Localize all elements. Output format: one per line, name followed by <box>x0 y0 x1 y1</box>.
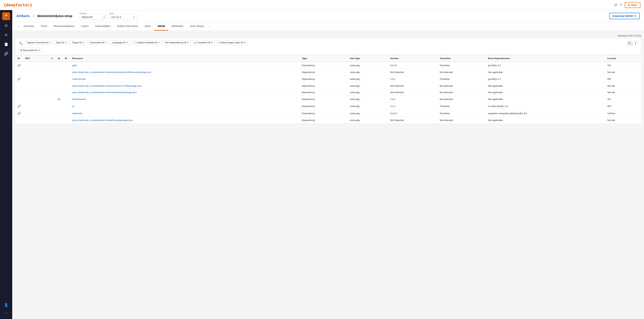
chevron-down-icon: ▼ <box>158 42 160 44</box>
resource-link[interactable]: tweetnacl <box>72 112 82 115</box>
cell-dev <box>23 89 48 96</box>
filter-vulnerable[interactable]: Vulnerable:All ▼ <box>88 40 108 45</box>
link-icon: 🔗 <box>17 64 21 67</box>
logo: {deepfactor} <box>4 3 32 7</box>
chevron-down-icon: ▼ <box>126 42 128 44</box>
col-transitive[interactable]: Transitive <box>438 55 486 62</box>
cell-root-dependencies: Not applicable <box>486 117 605 124</box>
filter-reachable[interactable]: ⚙ Reachable:All ▼ <box>18 48 42 53</box>
cell-resource[interactable]: juice-shop/node_modules/date-fns/addYear… <box>70 117 300 124</box>
cell-version: Not Detected <box>388 69 438 76</box>
sidebar-item-packages[interactable]: 📋 <box>2 40 10 48</box>
cell-resource[interactable]: yn <box>70 103 300 110</box>
breadcrumb-artifacts[interactable]: Artifacts <box>16 14 30 18</box>
cell-sub-type: node-pkg <box>348 117 388 124</box>
resource-link[interactable]: juice-shop/node_modules/date-fns/esm/loc… <box>72 85 142 87</box>
cell-dev <box>23 103 48 110</box>
sub-header: Artifacts > bkimminich/juice-shop Releas… <box>12 10 644 22</box>
release-dropdown-wrapper: 1BzyI11R <box>80 14 106 20</box>
sidebar-item-settings[interactable]: ⚙ <box>2 31 10 39</box>
table-row: 🔗 yn Dependency node-pkg 3.1.1 Transitiv… <box>15 103 641 110</box>
cell-resource[interactable]: tweetnacl <box>70 110 300 117</box>
cell-icon4 <box>62 96 70 103</box>
tabs-bar: ‹ Overview Trend Recommendations Layers … <box>12 22 644 31</box>
cell-version: Not Detected <box>388 117 438 124</box>
cell-root-dependencies: grunt@1.4.1 <box>486 76 605 83</box>
tab-recommendations[interactable]: Recommendations <box>50 22 78 31</box>
cell-transitive: Not detected <box>438 69 486 76</box>
cell-resource[interactable]: juice-shop/node_modules/date-fns/esm/loc… <box>70 83 300 89</box>
tabs-prev-button[interactable]: ‹ <box>16 25 20 28</box>
sidebar-item-links[interactable]: 🔗 <box>2 50 10 58</box>
tab-workloads[interactable]: Workloads <box>168 22 186 31</box>
reset-icon[interactable]: ↺ <box>614 3 617 7</box>
cell-resource[interactable]: make-iterator <box>70 76 300 83</box>
cell-transitive: Not detected <box>438 117 486 124</box>
resource-link[interactable]: make-iterator <box>72 78 86 80</box>
tabs-next-button[interactable]: › <box>207 25 211 28</box>
filter-transitive[interactable]: 🗂 Transitive:All ▼ <box>192 40 215 45</box>
tab-scan-history[interactable]: Scan History <box>186 22 207 31</box>
cell-resource[interactable]: libnpmsearch <box>70 96 300 103</box>
tab-trend[interactable]: Trend <box>38 22 50 31</box>
tab-sbom[interactable]: SBOM <box>154 22 168 31</box>
view-toggle: ⊞ ⬇ <box>627 41 638 46</box>
resource-link[interactable]: juice-shop/node_modules/date-fns/addYear… <box>72 119 133 122</box>
cell-resource[interactable]: juice-shop/node_modules/date-fns/esm/loc… <box>70 89 300 96</box>
filter-target[interactable]: Target:All ▼ <box>70 40 86 45</box>
cell-license: Not det <box>605 83 641 89</box>
col-root-dependencies[interactable]: Root Dependencies <box>486 55 605 62</box>
cell-resource[interactable]: glob <box>70 62 300 69</box>
tab-artifact-information[interactable]: Artifact Information <box>114 22 142 31</box>
grid-view-button[interactable]: ⊞ <box>627 41 632 46</box>
cell-icon3 <box>55 76 62 83</box>
filter-base-image-layer[interactable]: 🏷 Base Image Layer:All ▼ <box>216 40 248 45</box>
build-select[interactable]: v12.11.0 <box>110 14 136 20</box>
download-icon-button[interactable]: ⬇ <box>633 41 638 46</box>
cell-type: Dependency <box>300 103 348 110</box>
cell-icon4 <box>62 117 70 124</box>
search-button[interactable]: 🔍 <box>18 41 24 46</box>
filter-highest-severity[interactable]: Hightest Severity:All ▼ <box>25 40 52 45</box>
table-row: juice-shop/node_modules/date-fns/esm/loc… <box>15 83 641 89</box>
play-icon: ▶ <box>628 4 630 6</box>
col-dev[interactable]: DEV <box>23 55 48 62</box>
help-icon[interactable]: ? <box>620 3 622 7</box>
cell-transitive: Transitive <box>438 62 486 69</box>
sidebar-item-user[interactable]: 👤 <box>2 301 10 309</box>
filter-exploit-available[interactable]: ⚡ Exploit Available:All ▼ <box>131 40 162 45</box>
sidebar-item-artifacts[interactable]: 📦 <box>2 12 10 20</box>
cell-license: MIT <box>605 76 641 83</box>
col-resource[interactable]: Resource <box>70 55 300 62</box>
filter-dev-dependency[interactable]: Dev Dependency:All ▼ <box>163 40 191 45</box>
resource-link[interactable]: juice-shop/node_modules/date-fns/esm/eac… <box>72 71 151 74</box>
col-sub-type[interactable]: Sub Type <box>348 55 388 62</box>
cell-icon1 <box>15 117 23 124</box>
cell-icon1 <box>15 89 23 96</box>
col-version[interactable]: Version <box>388 55 438 62</box>
tab-overview[interactable]: Overview <box>20 22 37 31</box>
col-type[interactable]: Type <box>300 55 348 62</box>
resource-link[interactable]: glob <box>72 64 77 67</box>
filter-type[interactable]: Type:All ▼ <box>54 40 68 45</box>
resource-link[interactable]: yn <box>72 105 75 108</box>
table-row: juice-shop/node_modules/date-fns/esm/eac… <box>15 69 641 76</box>
tab-vulnerabilities[interactable]: Vulnerabilities <box>92 22 114 31</box>
cell-icon1 <box>15 96 23 103</box>
chevron-down-icon: ▼ <box>211 42 213 44</box>
col-license[interactable]: License <box>605 55 641 62</box>
resource-link[interactable]: juice-shop/node_modules/date-fns/esm/loc… <box>72 91 137 94</box>
sidebar-item-logout[interactable]: → <box>2 309 10 317</box>
tab-alerts[interactable]: Alerts <box>142 22 154 31</box>
cell-license: Not det <box>605 117 641 124</box>
download-sbom-button[interactable]: Download SBOM ▼ <box>609 13 640 19</box>
cell-resource[interactable]: juice-shop/node_modules/date-fns/esm/eac… <box>70 69 300 76</box>
cell-version: 0.14.5 <box>388 110 438 117</box>
tab-layers[interactable]: Layers <box>78 22 92 31</box>
resource-link[interactable]: libnpmsearch <box>72 98 86 101</box>
sidebar-item-grid[interactable]: ⊞ <box>2 22 10 30</box>
start-button[interactable]: ▶ Start <box>625 2 640 8</box>
release-select[interactable]: 1BzyI11R <box>80 14 106 20</box>
cell-icon3: 🗂 <box>55 96 62 103</box>
filter-language[interactable]: Language:All ▼ <box>110 40 130 45</box>
